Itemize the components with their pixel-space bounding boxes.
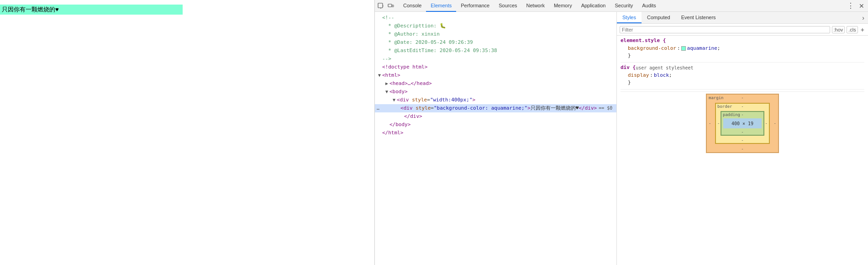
elem-body-close: </body> — [375, 121, 616, 129]
style-prop-bg[interactable]: background-color : aquamarine ; — [621, 44, 864, 53]
elem-head[interactable]: <head>…</head> — [375, 80, 616, 88]
tab-sources[interactable]: Sources — [494, 0, 521, 12]
border-label: border — [717, 104, 732, 109]
style-rule-div: div { user agent stylesheet display : bl… — [621, 64, 864, 85]
style-selector-1: element.style { — [621, 37, 666, 43]
section-divider-1 — [621, 62, 864, 63]
topbar-right: ⋮ ✕ — [845, 1, 866, 10]
tab-performance[interactable]: Performance — [456, 0, 494, 12]
styles-filter-cls[interactable]: .cls — [847, 26, 858, 33]
devtools-topbar: Console Elements Performance Sources Net… — [375, 0, 868, 12]
elements-panel[interactable]: <!-- * @Descripttion: 🐛 * @Author: xinxi… — [375, 12, 617, 265]
style-rule-header-1: element.style { — [621, 37, 864, 44]
styles-tab-computed[interactable]: Computed — [642, 12, 676, 23]
margin-right-val: - — [774, 121, 776, 126]
styles-tab-styles[interactable]: Styles — [617, 12, 642, 23]
preview-area: 只因你有一颗燃烧的♥ — [0, 0, 374, 265]
div-outer-triangle[interactable] — [391, 96, 397, 104]
styles-filter-bar: :hov .cls + — [617, 24, 868, 36]
html-triangle[interactable] — [377, 71, 382, 80]
elem-comment-4: * @Date: 2020-05-24 09:26:39 — [375, 38, 616, 47]
elem-comment-2: * @Descripttion: 🐛 — [375, 22, 616, 30]
box-model-section: margin - - - - border - - - - — [621, 91, 864, 155]
elem-comment-5: * @LastEditTime: 2020-05-24 09:35:38 — [375, 47, 616, 55]
elem-div-outer-close: </div> — [375, 112, 616, 121]
inspect-icon[interactable] — [377, 2, 385, 10]
margin-left-val: - — [709, 121, 711, 126]
tab-application[interactable]: Application — [577, 0, 610, 12]
padding-bottom-val: - — [741, 130, 743, 134]
styles-add-rule[interactable]: + — [860, 26, 865, 33]
tab-security[interactable]: Security — [610, 0, 637, 12]
preview-content: 只因你有一颗燃烧的♥ — [0, 5, 183, 15]
tab-network[interactable]: Network — [522, 0, 549, 12]
elem-div-outer[interactable]: <div style="width:400px;"> — [375, 96, 616, 104]
styles-panel: Styles Computed Event Listeners › :hov .… — [617, 12, 868, 265]
padding-label: padding — [723, 112, 740, 117]
color-swatch-aquamarine[interactable] — [681, 46, 686, 51]
elem-html-close: </html> — [375, 129, 616, 137]
elem-comment-1: <!-- — [375, 14, 616, 22]
toolbar-icons — [377, 2, 395, 10]
border-right-val: - — [765, 121, 768, 126]
border-left-val: - — [717, 121, 720, 126]
head-triangle[interactable] — [384, 80, 389, 88]
elem-comment-3: * @Author: xinxin — [375, 30, 616, 38]
preview-text: 只因你有一颗燃烧的♥ — [2, 6, 59, 13]
border-bottom-val: - — [741, 138, 743, 143]
section-divider-2 — [621, 89, 864, 90]
styles-filter-hov[interactable]: :hov — [832, 26, 845, 33]
style-selector-2: div { — [621, 64, 636, 70]
elem-doctype: <!doctype html> — [375, 63, 616, 71]
devtools-panel: Console Elements Performance Sources Net… — [374, 0, 868, 265]
svg-rect-3 — [388, 4, 392, 7]
style-prop-display[interactable]: display : block ; — [621, 71, 864, 80]
tab-memory[interactable]: Memory — [549, 0, 577, 12]
more-options-icon[interactable]: ⋮ — [845, 1, 856, 10]
tab-console[interactable]: Console — [399, 0, 426, 12]
close-devtools-button[interactable]: ✕ — [857, 2, 866, 10]
styles-tabs: Styles Computed Event Listeners › — [617, 12, 868, 24]
styles-filter-input[interactable] — [620, 26, 830, 33]
style-rule-element: element.style { background-color : aquam… — [621, 37, 864, 58]
body-triangle[interactable] — [384, 88, 389, 96]
elem-div-inner[interactable]: … <div style="background-color: aquamari… — [375, 104, 616, 112]
style-source-2: user agent stylesheet — [636, 65, 693, 70]
devtools-body: <!-- * @Descripttion: 🐛 * @Author: xinxi… — [375, 12, 868, 265]
expand-dots[interactable]: … — [377, 104, 379, 112]
elem-comment-6: --> — [375, 55, 616, 63]
device-icon[interactable] — [387, 2, 395, 10]
margin-label: margin — [709, 95, 724, 100]
tab-elements[interactable]: Elements — [426, 0, 456, 12]
content-box: 400 × 19 — [723, 118, 762, 128]
margin-bottom-val: - — [741, 147, 743, 151]
svg-rect-0 — [378, 3, 383, 8]
margin-top-val: - — [741, 95, 743, 100]
svg-rect-4 — [392, 5, 394, 7]
elem-body[interactable]: <body> — [375, 88, 616, 96]
border-top-val: - — [741, 104, 743, 109]
elem-html[interactable]: <html> — [375, 71, 616, 80]
styles-content: element.style { background-color : aquam… — [617, 36, 868, 265]
styles-tab-overflow[interactable]: › — [858, 12, 868, 23]
style-rule-header-2: div { user agent stylesheet — [621, 64, 864, 71]
styles-tab-event-listeners[interactable]: Event Listeners — [676, 12, 721, 23]
tab-audits[interactable]: Audits — [637, 0, 661, 12]
padding-top-val: - — [741, 112, 743, 117]
